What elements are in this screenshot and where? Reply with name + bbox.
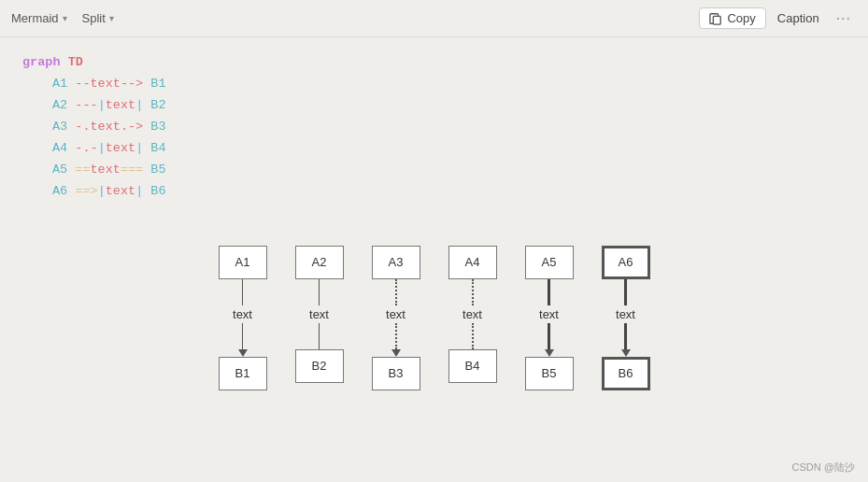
split-chevron-icon: ▾ bbox=[109, 13, 114, 23]
node-a3-box: A3 bbox=[372, 246, 420, 279]
arrow-connector-3 bbox=[395, 279, 397, 305]
node-a2-box: A2 bbox=[295, 246, 344, 279]
split-label: Split bbox=[82, 11, 106, 25]
node-a3: A3 bbox=[52, 120, 67, 134]
arrow-6: ==> bbox=[75, 184, 97, 198]
flow-col-4: A4 text B4 bbox=[448, 246, 497, 383]
arrow-3: -. bbox=[75, 120, 90, 134]
more-icon: ··· bbox=[836, 10, 851, 26]
node-a5: A5 bbox=[52, 163, 67, 177]
arrow-1: -- bbox=[75, 77, 90, 91]
copy-button[interactable]: Copy bbox=[699, 7, 765, 29]
node-b4-box: B4 bbox=[448, 349, 497, 383]
keyword-td: TD bbox=[68, 55, 83, 69]
mermaid-dropdown[interactable]: Mermaid ▾ bbox=[11, 11, 67, 25]
node-b2-box: B2 bbox=[295, 349, 344, 383]
diagram-area: A1 text B1 A2 text B2 A3 text bbox=[0, 227, 868, 409]
pipe-6b: | bbox=[135, 184, 143, 198]
watermark: CSDN @陆沙 bbox=[792, 461, 855, 475]
line-solid-1 bbox=[242, 279, 244, 305]
arrow-connector-4b bbox=[472, 323, 474, 349]
label-3: text bbox=[91, 120, 121, 134]
node-b4: B4 bbox=[150, 141, 165, 155]
mermaid-chevron-icon: ▾ bbox=[63, 13, 67, 23]
caption-label: Caption bbox=[777, 11, 819, 25]
node-a5-box: A5 bbox=[525, 246, 574, 279]
node-b5: B5 bbox=[150, 163, 165, 177]
line-solid-5 bbox=[548, 279, 550, 305]
arrow-5b: === bbox=[121, 163, 143, 177]
code-area: graph TD A1 --text--> B1 A2 ---|text| B2… bbox=[0, 37, 868, 218]
code-line-6: A6 ==>|text| B6 bbox=[22, 181, 846, 203]
line-solid-5b bbox=[548, 323, 550, 349]
label-6: text bbox=[106, 184, 135, 198]
split-dropdown[interactable]: Split ▾ bbox=[82, 11, 114, 25]
code-line-4: A4 -.-|text| B4 bbox=[22, 138, 846, 160]
node-a1-box: A1 bbox=[219, 246, 267, 279]
line-solid-2b bbox=[319, 323, 320, 349]
flow-col-5: A5 text B5 bbox=[525, 246, 574, 390]
arrow-head-filled-1 bbox=[238, 349, 248, 357]
arrow-connector-3b bbox=[391, 323, 401, 357]
edge-label-3: text bbox=[386, 307, 406, 321]
pipe-4a: | bbox=[98, 141, 106, 155]
arrow-connector-2b bbox=[319, 323, 320, 349]
toolbar-left: Mermaid ▾ Split ▾ bbox=[11, 11, 114, 25]
node-b1: B1 bbox=[150, 77, 165, 91]
line-solid-6b bbox=[624, 323, 627, 349]
arrow-connector-5b bbox=[545, 323, 554, 357]
arrow-head-filled-3 bbox=[391, 349, 401, 357]
caption-button[interactable]: Caption bbox=[770, 8, 827, 28]
toolbar-right: Copy Caption ··· bbox=[699, 7, 857, 30]
flow-col-6: A6 text B6 bbox=[602, 246, 650, 390]
node-a2: A2 bbox=[52, 98, 67, 112]
pipe-2b: | bbox=[135, 98, 143, 112]
node-b6-box: B6 bbox=[602, 357, 650, 390]
edge-label-1: text bbox=[233, 307, 252, 321]
arrow-connector-5 bbox=[548, 279, 550, 305]
more-button[interactable]: ··· bbox=[831, 7, 857, 30]
arrow-5: == bbox=[75, 163, 90, 177]
arrow-2: --- bbox=[75, 98, 97, 112]
node-b3: B3 bbox=[150, 120, 165, 134]
keyword-graph: graph bbox=[22, 55, 61, 69]
arrow-connector-6b bbox=[621, 323, 631, 357]
line-dotted-4 bbox=[472, 279, 474, 305]
node-a4-box: A4 bbox=[448, 246, 497, 279]
toolbar: Mermaid ▾ Split ▾ Copy Caption ··· bbox=[0, 0, 868, 37]
node-b5-box: B5 bbox=[525, 357, 574, 390]
label-1: text bbox=[91, 77, 121, 91]
pipe-4b: | bbox=[135, 141, 143, 155]
arrow-head-filled-6 bbox=[621, 349, 631, 357]
line-dotted-3b bbox=[395, 323, 397, 349]
arrow-3b: .-> bbox=[121, 120, 143, 134]
node-b1-box: B1 bbox=[219, 357, 267, 390]
line-solid-1b bbox=[242, 323, 244, 349]
flow-col-1: A1 text B1 bbox=[219, 246, 267, 390]
label-5: text bbox=[91, 163, 121, 177]
code-line-1: A1 --text--> B1 bbox=[22, 74, 846, 95]
label-4: text bbox=[106, 141, 135, 155]
node-a4: A4 bbox=[52, 141, 67, 155]
node-a6-box: A6 bbox=[602, 246, 650, 279]
edge-label-4: text bbox=[462, 307, 482, 321]
node-b2: B2 bbox=[150, 98, 165, 112]
node-b6: B6 bbox=[150, 184, 165, 198]
arrow-connector-6 bbox=[624, 279, 627, 305]
copy-label: Copy bbox=[727, 11, 755, 25]
arrow-head-filled-5 bbox=[545, 349, 554, 357]
line-solid-2 bbox=[319, 279, 320, 305]
pipe-2a: | bbox=[98, 98, 106, 112]
line-dotted-4b bbox=[472, 323, 474, 349]
pipe-6a: | bbox=[98, 184, 106, 198]
code-line-2: A2 ---|text| B2 bbox=[22, 95, 846, 117]
copy-icon bbox=[709, 12, 722, 25]
edge-label-5: text bbox=[539, 307, 559, 321]
code-line-0: graph TD bbox=[22, 52, 846, 74]
label-2: text bbox=[106, 98, 135, 112]
node-b3-box: B3 bbox=[372, 357, 420, 390]
flow-col-3: A3 text B3 bbox=[372, 246, 420, 390]
edge-label-6: text bbox=[616, 307, 635, 321]
watermark-text: CSDN @陆沙 bbox=[792, 461, 855, 473]
line-dotted-3 bbox=[395, 279, 397, 305]
